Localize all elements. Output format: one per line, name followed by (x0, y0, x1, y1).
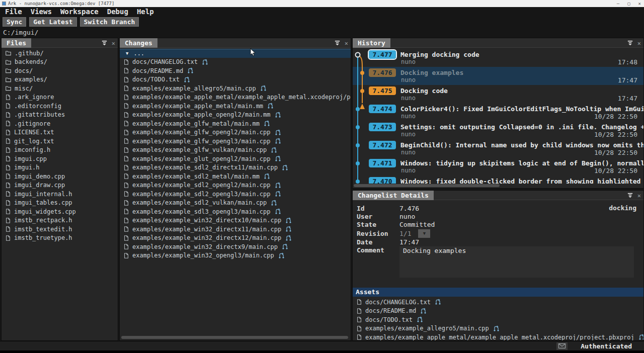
asset-row[interactable]: docs/TODO.txt (353, 315, 643, 324)
menu-item[interactable]: Help (137, 8, 154, 16)
changeset-row[interactable]: 7.476 Docking examples nuno 17:47 (353, 67, 643, 85)
maximize-button[interactable]: ▢ (627, 1, 630, 6)
changeset-user: nuno (401, 58, 416, 66)
changeset-row[interactable]: 7.472 BeginChild(): Internal name used b… (353, 139, 643, 157)
file-tree-item[interactable]: imgui.cpp (2, 154, 118, 163)
file-tree-item[interactable]: imstb_rectpack.h (2, 216, 118, 225)
tab-changes[interactable]: Changes (120, 38, 157, 48)
changed-file-row[interactable]: examples/example_apple_metal/main.mm (120, 102, 351, 111)
comment-field[interactable]: Docking examples (399, 246, 634, 278)
minimize-button[interactable]: – (617, 1, 619, 6)
file-tree-item[interactable]: .ark_ignore (2, 93, 118, 102)
file-tree-item[interactable]: misc/ (2, 84, 118, 93)
asset-row[interactable]: docs/CHANGELOG.txt (353, 298, 643, 307)
changed-file-row[interactable]: examples/example_sdl3_opengl3/main.cpp (120, 207, 351, 216)
changeset-row[interactable]: 7.474 ColorPicker4(): Fixed ImGuiColorEd… (353, 103, 643, 121)
close-panel-icon[interactable]: ✕ (637, 193, 641, 199)
file-icon (5, 147, 11, 153)
file-tree-item[interactable]: imgui_draw.cpp (2, 181, 118, 190)
file-icon (5, 103, 11, 109)
file-tree-item[interactable]: backends/ (2, 58, 118, 67)
changed-file-row[interactable]: examples/example_win32_directx9/main.cpp (120, 242, 351, 251)
toolbar-button[interactable]: Sync (3, 17, 26, 27)
asset-path: examples/example_apple_metal/example_app… (365, 334, 634, 340)
file-tree-item[interactable]: imgui_demo.cpp (2, 172, 118, 181)
changes-root-row[interactable]: ▼ ... (120, 49, 351, 58)
changed-file-row[interactable]: docs/README.md (120, 66, 351, 75)
changed-file-row[interactable]: docs/CHANGELOG.txt (120, 58, 351, 67)
chevron-down-icon[interactable]: ▼ (126, 51, 128, 56)
changed-file-row[interactable]: examples/example_win32_directx10/main.cp… (120, 216, 351, 225)
changed-file-row[interactable]: examples/example_allegro5/main.cpp (120, 84, 351, 93)
changed-file-row[interactable]: examples/example_win32_directx11/main.cp… (120, 225, 351, 234)
menu-item[interactable]: File (5, 8, 22, 16)
changeset-title: Docking code (400, 87, 448, 95)
changed-file-row[interactable]: examples/example_win32_directx12/main.cp… (120, 234, 351, 243)
changed-file-row[interactable]: examples/example_glut_opengl2/main.cpp (120, 154, 351, 163)
file-icon (5, 182, 11, 189)
filter-icon[interactable] (101, 40, 108, 46)
changeset-row[interactable]: 7.471 Windows: tidying up skipitems logi… (353, 157, 643, 175)
filter-icon[interactable] (627, 40, 633, 46)
changed-file-row[interactable]: examples/example_win32_opengl3/main.cpp (120, 251, 351, 260)
changed-file-row[interactable]: examples/example_glfw_metal/main.mm (120, 119, 351, 128)
changed-file-row[interactable]: examples/example_sdl2_metal/main.mm (120, 172, 351, 181)
file-tree-item[interactable]: imgui_widgets.cpp (2, 207, 118, 216)
changeset-row[interactable]: 7.470 Windows: fixed double-clicked bord… (353, 175, 643, 184)
filter-icon[interactable] (334, 40, 341, 46)
file-tree-item[interactable]: .gitattributes (2, 111, 118, 120)
changed-file-row[interactable]: examples/example_apple_opengl2/main.mm (120, 111, 351, 120)
changed-file-row[interactable]: examples/example_apple_metal/example_app… (120, 93, 351, 102)
changed-file-row[interactable]: examples/example_sdl2_directx11/main.cpp (120, 163, 351, 172)
changed-status-icon (435, 299, 441, 305)
tab-history[interactable]: History (353, 38, 390, 48)
changeset-row[interactable]: 7.477 Merging docking code nuno 17:48 (353, 49, 643, 67)
changed-status-icon (285, 235, 292, 241)
mail-icon[interactable] (556, 342, 568, 350)
file-tree-item[interactable]: imgui.h (2, 163, 118, 172)
file-icon (123, 112, 129, 118)
tab-changelist-details[interactable]: Changelist Details (353, 191, 434, 200)
changed-file-row[interactable]: examples/example_glfw_opengl3/main.cpp (120, 137, 351, 146)
menu-item[interactable]: Debug (107, 8, 128, 16)
close-panel-icon[interactable]: ✕ (345, 40, 348, 46)
asset-row[interactable]: docs/README.md (353, 307, 643, 316)
toolbar-button[interactable]: Get Latest (29, 17, 76, 27)
changed-file-row[interactable]: examples/example_glfw_vulkan/main.cpp (120, 146, 351, 155)
changed-file-row[interactable]: docs/TODO.txt (120, 75, 351, 84)
changed-file-row[interactable]: examples/example_sdl2_opengl2/main.cpp (120, 181, 351, 190)
file-tree-item[interactable]: examples/ (2, 75, 118, 84)
revision-dropdown-button[interactable]: ▼ (418, 229, 430, 238)
horizontal-scrollbar[interactable] (354, 184, 500, 187)
close-button[interactable]: ✕ (638, 1, 641, 6)
changeset-row[interactable]: 7.473 Settings: omit outputing Collapsed… (353, 121, 643, 139)
file-tree-item[interactable]: imconfig.h (2, 146, 118, 155)
menu-item[interactable]: Views (31, 8, 52, 16)
changed-file-path: examples/example_sdl2_opengl3/main.cpp (132, 191, 271, 198)
file-tree-item[interactable]: imgui_tables.cpp (2, 199, 118, 208)
file-tree-item[interactable]: .editorconfig (2, 102, 118, 111)
close-panel-icon[interactable]: ✕ (637, 40, 641, 46)
file-tree-item[interactable]: git_log.txt (2, 137, 118, 146)
file-tree-item[interactable]: imstb_textedit.h (2, 225, 118, 234)
file-icon (123, 217, 129, 224)
file-tree-item[interactable]: docs/ (2, 66, 118, 75)
file-tree-item[interactable]: imstb_truetype.h (2, 234, 118, 243)
horizontal-scrollbar[interactable] (121, 336, 348, 339)
file-tree-item[interactable]: .gitignore (2, 119, 118, 128)
file-tree-item[interactable]: .github/ (2, 49, 118, 58)
changed-file-row[interactable]: examples/example_sdl2_vulkan/main.cpp (120, 199, 351, 208)
field-label-comment: Comment (353, 246, 399, 254)
asset-row[interactable]: examples/example_allegro5/main.cpp (353, 324, 643, 333)
tab-files[interactable]: Files (2, 38, 31, 48)
menu-item[interactable]: Workspace (60, 8, 99, 16)
file-tree-item[interactable]: imgui_internal.h (2, 190, 118, 199)
close-panel-icon[interactable]: ✕ (112, 40, 115, 46)
changeset-row[interactable]: 7.475 Docking code nuno 17:47 (353, 85, 643, 103)
changed-file-row[interactable]: examples/example_sdl2_opengl3/main.cpp (120, 190, 351, 199)
changed-file-row[interactable]: examples/example_glfw_opengl2/main.cpp (120, 128, 351, 137)
file-tree-item[interactable]: LICENSE.txt (2, 128, 118, 137)
asset-row[interactable]: examples/example_apple_metal/example_app… (353, 333, 643, 340)
filter-icon[interactable] (627, 192, 633, 199)
toolbar-button[interactable]: Switch Branch (80, 17, 139, 27)
